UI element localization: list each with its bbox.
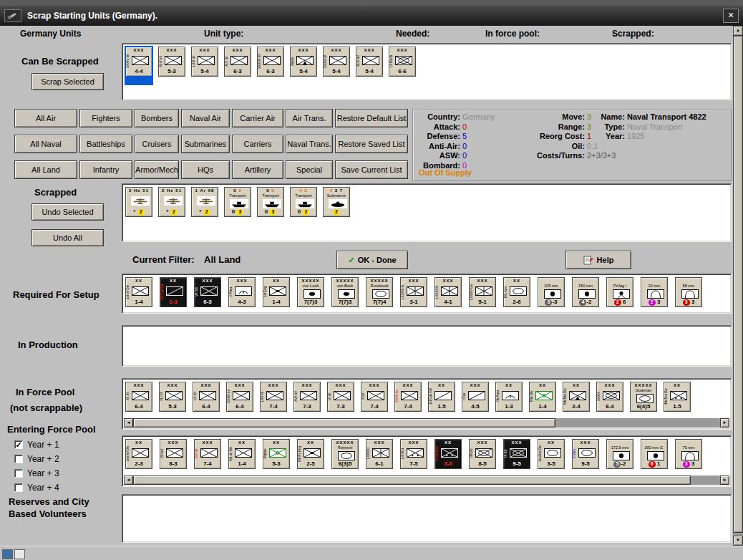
unit-counter[interactable]: 88 mm3 3 [675, 277, 702, 307]
checkbox-box[interactable] [14, 469, 23, 478]
unit-counter[interactable]: XXXXXXVII Inf6-3 [257, 47, 284, 77]
scrollbar-track[interactable] [133, 475, 720, 485]
unit-counter[interactable]: XXXXXvon Leeb7(7)3 [297, 277, 324, 307]
scrollbar-thumb[interactable] [733, 36, 743, 533]
filter-button-special[interactable]: Special [286, 160, 333, 179]
unit-counter[interactable]: XX1st Arm Div3-5 [538, 439, 565, 469]
unit-counter[interactable]: XXXXXRundstedt7(7)4 [366, 277, 393, 307]
scroll-down-button[interactable]: ▼ [733, 536, 743, 546]
year-checkbox-4[interactable]: Year + 4 [14, 483, 59, 493]
scroll-right-button[interactable]: ► [720, 418, 729, 428]
unit-counter[interactable]: XXXXXXVI M.5-4 [323, 47, 350, 77]
filter-button-all-land[interactable]: All Land [14, 160, 77, 179]
scroll-right-button[interactable]: ► [720, 475, 729, 485]
unit-counter[interactable]: XXMarine5-3 [263, 439, 290, 469]
unit-counter[interactable]: XXXXLVI Inf5-4 [356, 47, 383, 77]
filter-button-armor-mech[interactable]: Armor/Mech [135, 160, 179, 179]
scroll-up-button[interactable]: ▲ [733, 26, 743, 36]
unit-counter[interactable]: XXXLXXXXI Garr6-1 [366, 439, 393, 469]
unit-counter[interactable]: 75 mm3 3 [675, 439, 702, 469]
unit-counter[interactable]: XX6th Pz Eng2-5 [297, 439, 324, 469]
filter-button-hqs[interactable]: HQs [181, 160, 230, 179]
filter-button-naval-air[interactable]: Naval Air [181, 109, 230, 127]
year-checkbox-2[interactable]: Year + 2 [14, 454, 59, 464]
unit-counter[interactable]: XXXXLIV Inf5-3 [158, 47, 185, 77]
unit-counter[interactable]: XXXLXXXVIII Ga.4-1 [434, 277, 462, 307]
unit-counter[interactable]: XXXI Cav4-5 [462, 382, 489, 412]
unit-counter[interactable]: XXXLII Mech6-6 [389, 47, 416, 77]
unit-counter[interactable]: 300 mm G.6 1 [641, 439, 668, 469]
unit-counter[interactable]: XXHG Arm Div2-6 [503, 277, 530, 307]
undo-selected-button[interactable]: Undo Selected [31, 203, 104, 221]
scrollbar-thumb[interactable] [133, 475, 691, 485]
unit-counter[interactable]: XXXIX SS Mech9-5 [503, 439, 530, 469]
scroll-left-button[interactable]: ◄ [124, 475, 133, 485]
unit-counter[interactable]: 0 3Transport0 3 [257, 187, 284, 217]
checkbox-box[interactable] [14, 483, 23, 492]
unit-counter[interactable]: XXXXXXIX Mech6-4 [596, 382, 623, 412]
unit-counter[interactable]: XXXXII Inf6-4 [125, 382, 152, 412]
unit-counter[interactable]: XXSS Cav Div1-3 [160, 277, 187, 307]
filter-button-all-naval[interactable]: All Naval [14, 135, 77, 153]
year-checkbox-1[interactable]: ✓Year + 1 [14, 440, 59, 450]
unit-counter[interactable]: XXXAlpine5-4 [290, 47, 317, 77]
unit-counter[interactable]: XXXXVII Inf7-3 [293, 382, 321, 412]
entering-scrollbar[interactable]: ◄ ► [124, 475, 729, 485]
scrap-selected-button[interactable]: Scrap Selected [31, 73, 104, 90]
unit-counter[interactable]: 0 3Transport0 3 [224, 187, 251, 217]
force-pool-scrollbar[interactable]: ◄ ► [124, 418, 729, 428]
unit-counter[interactable]: XXXI Mech8-5 [469, 439, 496, 469]
unit-counter[interactable]: PzJag I2 6 [606, 277, 633, 307]
unit-counter[interactable]: XXXX Inf7-4 [361, 382, 388, 412]
scrollbar-track[interactable] [133, 418, 720, 428]
unit-counter[interactable]: 2 He 51* 2 [125, 187, 152, 217]
filter-button-air-trans-[interactable]: Air Trans. [286, 109, 333, 127]
unit-counter[interactable]: XXXXXI Inf7-4 [194, 439, 221, 469]
unit-counter[interactable]: XX5th Inf Div1-4 [228, 439, 256, 469]
unit-counter[interactable]: 4 3Transport0 2 [290, 187, 317, 217]
checkbox-box[interactable] [14, 455, 23, 463]
unit-counter[interactable]: XXXXXRommel6(3)5 [331, 439, 359, 469]
unit-counter[interactable]: 105 mm3-3 [538, 277, 565, 307]
filter-button-all-air[interactable]: All Air [14, 109, 77, 127]
unit-counter[interactable]: 150 mm4-2 [572, 277, 599, 307]
unit-counter[interactable]: XXXLXXXIII G.3-1 [400, 277, 427, 307]
unit-counter[interactable]: XXXVI Inf7-3 [327, 382, 354, 412]
filter-button-carriers[interactable]: Carriers [232, 135, 283, 153]
unit-counter[interactable]: XXMar Div1-4 [529, 382, 556, 412]
unit-counter[interactable]: XXXXXvon Bock7(7)3 [331, 277, 359, 307]
unit-counter[interactable]: XXXVII SS6-3 [194, 277, 221, 307]
unit-counter[interactable]: XXXXXGuderian6(4)5 [630, 382, 657, 412]
filter-button-cruisers[interactable]: Cruisers [135, 135, 179, 153]
unit-counter[interactable]: XX2nd Inf Div2-3 [125, 439, 152, 469]
unit-counter[interactable]: 172.5 mm5-2 [606, 439, 633, 469]
filter-button-battleships[interactable]: Battleships [79, 135, 132, 153]
unit-counter[interactable]: XXXLXXXV Ga.5-1 [469, 277, 496, 307]
scroll-left-button[interactable]: ◄ [124, 418, 133, 428]
unit-counter[interactable]: XX4th Mot Div1-5 [664, 382, 691, 412]
filter-button-submarines[interactable]: Submarines [181, 135, 230, 153]
unit-counter[interactable]: XXXXLV Inf6-3 [224, 47, 251, 77]
filter-button-restore-saved-list[interactable]: Restore Saved List [335, 135, 408, 153]
filter-button-restore-default-list[interactable]: Restore Default List [335, 109, 408, 127]
vertical-scrollbar[interactable]: ▲ ▼ [733, 26, 743, 546]
unit-counter[interactable]: 20 mm2 3 [641, 277, 668, 307]
unit-counter[interactable]: XXIII SS Mot3-5 [434, 439, 462, 469]
undo-all-button[interactable]: Undo All [31, 229, 104, 246]
filter-button-carrier-air[interactable]: Carrier Air [232, 109, 283, 127]
scrollbar-thumb[interactable] [133, 418, 555, 428]
unit-counter[interactable]: 4 3 7Submarine2 [323, 187, 350, 217]
unit-counter[interactable]: XXXIII Arm9-5 [572, 439, 599, 469]
filter-button-save-current-list[interactable]: Save Current List [335, 160, 408, 179]
filter-button-artillery[interactable]: Artillery [232, 160, 283, 179]
unit-counter[interactable]: XXXLX Inf6-4 [193, 382, 220, 412]
unit-counter[interactable]: XX5th Mtn Div2-4 [563, 382, 590, 412]
unit-counter[interactable]: XXXLXII Inf7-4 [260, 382, 287, 412]
filter-button-fighters[interactable]: Fighters [79, 109, 132, 127]
filter-button-infantry[interactable]: Infantry [79, 160, 132, 179]
unit-counter[interactable]: XXXLXIII Inf5-4 [191, 47, 218, 77]
checkbox-box[interactable]: ✓ [14, 440, 23, 449]
unit-counter[interactable]: XXXXXVII Inf7-4 [394, 382, 422, 412]
unit-counter[interactable]: XXXXXXIV Inf4-4 [125, 47, 152, 77]
unit-counter[interactable]: XXXVIII Inf8-3 [160, 439, 187, 469]
